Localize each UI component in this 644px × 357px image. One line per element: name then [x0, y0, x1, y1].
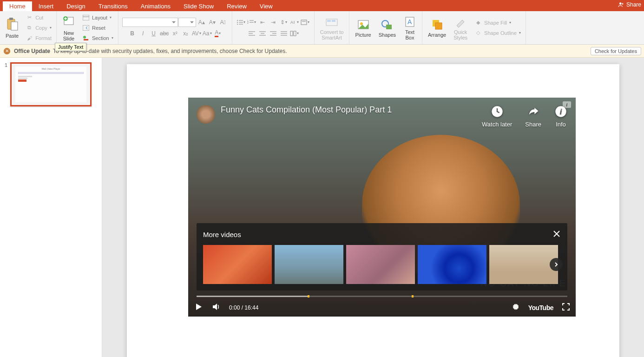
- increase-font-button[interactable]: A▴: [197, 18, 207, 27]
- font-name-select[interactable]: [122, 18, 178, 27]
- decrease-font-button[interactable]: A▾: [207, 18, 217, 27]
- increase-indent-button[interactable]: ⇥: [268, 18, 278, 27]
- clear-formatting-button[interactable]: A⃠: [218, 18, 228, 27]
- embedded-video-player[interactable]: NO CAT NO LIFE i Funny Cats Compilation …: [188, 98, 576, 317]
- share-icon: [618, 1, 624, 8]
- notification-body: To keep up-to-date with security updates…: [53, 48, 287, 54]
- bold-button[interactable]: B: [127, 29, 138, 38]
- tooltip-justify-text: Justify Text: [55, 43, 86, 51]
- paste-button[interactable]: Paste: [3, 16, 21, 40]
- suggested-video-2[interactable]: [275, 245, 343, 284]
- tab-view[interactable]: View: [253, 1, 279, 11]
- cut-button[interactable]: ✂Cut: [23, 13, 45, 22]
- video-title[interactable]: Funny Cats Compilation (Most Popular) Pa…: [221, 105, 392, 115]
- suggested-video-5[interactable]: [489, 245, 558, 284]
- notification-close-icon[interactable]: ✕: [4, 48, 10, 54]
- youtube-logo-button[interactable]: YouTube: [528, 304, 553, 311]
- reset-button[interactable]: Reset: [80, 23, 107, 33]
- subscript-button[interactable]: x₂: [181, 29, 191, 38]
- tab-insert[interactable]: Insert: [32, 1, 60, 11]
- arrange-group: Arrange Quick Styles ◆Shape Fill▾ ◇Shape…: [422, 11, 526, 44]
- copy-button[interactable]: ⧉Copy▾: [23, 23, 53, 33]
- play-button[interactable]: [194, 302, 203, 313]
- layout-button[interactable]: Layout▾: [80, 13, 113, 22]
- video-share-button[interactable]: Share: [525, 105, 541, 128]
- tab-slideshow[interactable]: Slide Show: [177, 1, 220, 11]
- video-progress-bar[interactable]: [197, 296, 567, 297]
- shape-fill-button[interactable]: ◆Shape Fill▾: [472, 18, 513, 27]
- textbox-button[interactable]: AText Box: [401, 14, 419, 41]
- strikethrough-button[interactable]: abc: [159, 29, 170, 38]
- svg-rect-3: [11, 22, 18, 30]
- gear-icon: [512, 303, 520, 311]
- picture-button[interactable]: Picture: [352, 17, 374, 39]
- picture-icon: [357, 18, 370, 31]
- tab-home[interactable]: Home: [3, 1, 32, 11]
- columns-button[interactable]: ▾: [289, 29, 300, 38]
- svg-rect-36: [290, 31, 293, 36]
- thumbnail-number: 1: [3, 62, 7, 106]
- arrange-button[interactable]: Arrange: [425, 17, 449, 39]
- more-videos-next-button[interactable]: [550, 258, 563, 271]
- change-case-button[interactable]: Aa▾: [202, 29, 212, 38]
- svg-rect-44: [386, 25, 392, 29]
- layout-icon: [82, 13, 90, 22]
- font-size-select[interactable]: [178, 18, 196, 27]
- slide[interactable]: NO CAT NO LIFE i Funny Cats Compilation …: [127, 64, 619, 357]
- align-text-icon: [301, 20, 307, 25]
- bullets-icon: [237, 20, 243, 25]
- quick-styles-button[interactable]: Quick Styles: [451, 14, 470, 41]
- align-right-button[interactable]: [268, 29, 278, 38]
- bullets-button[interactable]: ▾: [236, 18, 246, 27]
- suggested-video-1[interactable]: [203, 245, 272, 284]
- align-text-button[interactable]: ▾: [300, 18, 310, 27]
- align-left-button[interactable]: [247, 29, 257, 38]
- video-time: 0:00 / 16:44: [229, 304, 258, 311]
- watch-later-button[interactable]: Watch later: [482, 105, 512, 128]
- quick-styles-icon: [454, 15, 467, 28]
- volume-button[interactable]: [211, 302, 221, 313]
- justify-button[interactable]: [279, 29, 289, 38]
- tab-transitions[interactable]: Transitions: [92, 1, 134, 11]
- paragraph-group: ▾ 12▾ ⇤ ⇥ ⇕▾ A▾ ▾ ▾: [232, 11, 315, 44]
- check-updates-button[interactable]: Check for Updates: [591, 47, 641, 55]
- format-painter-button[interactable]: 🖌Format: [23, 33, 53, 43]
- new-slide-label: New Slide: [63, 30, 74, 41]
- ribbon: Paste ✂Cut ⧉Copy▾ 🖌Format New Slide Layo…: [0, 11, 644, 45]
- more-videos-label: More videos: [203, 231, 241, 238]
- superscript-button[interactable]: x²: [170, 29, 180, 38]
- new-slide-icon: [62, 14, 75, 29]
- font-color-button[interactable]: A▾: [213, 29, 223, 38]
- suggested-video-4[interactable]: [418, 245, 486, 284]
- shape-outline-button[interactable]: ◇Shape Outline▾: [472, 28, 523, 38]
- slide-thumbnail-1[interactable]: Web Video Player: [10, 62, 92, 106]
- character-spacing-button[interactable]: AV▾: [191, 29, 202, 38]
- video-info-button[interactable]: i Info: [554, 105, 567, 128]
- text-direction-button[interactable]: A▾: [289, 18, 300, 27]
- numbering-button[interactable]: 12▾: [247, 18, 257, 27]
- svg-point-11: [237, 20, 238, 21]
- fullscreen-button[interactable]: [562, 303, 570, 312]
- decrease-indent-button[interactable]: ⇤: [257, 18, 268, 27]
- tab-design[interactable]: Design: [60, 1, 92, 11]
- new-slide-button[interactable]: New Slide: [59, 13, 78, 42]
- more-videos-close-button[interactable]: [552, 230, 561, 239]
- chapter-marker: [308, 295, 309, 298]
- tab-review[interactable]: Review: [220, 1, 253, 11]
- share-arrow-icon: [527, 105, 540, 118]
- line-spacing-button[interactable]: ⇕▾: [279, 18, 289, 27]
- share-button[interactable]: Share: [618, 1, 641, 8]
- svg-point-0: [619, 2, 622, 5]
- section-button[interactable]: Section▾: [80, 33, 115, 43]
- underline-button[interactable]: U: [149, 29, 159, 38]
- shapes-button[interactable]: Shapes: [376, 17, 399, 39]
- italic-button[interactable]: I: [138, 29, 148, 38]
- channel-avatar-icon[interactable]: [197, 105, 215, 124]
- settings-button[interactable]: [512, 303, 520, 312]
- svg-rect-39: [327, 20, 331, 22]
- tab-animations[interactable]: Animations: [134, 1, 177, 11]
- align-center-button[interactable]: [257, 29, 268, 38]
- suggested-video-3[interactable]: [346, 245, 415, 284]
- convert-smartart-button[interactable]: Convert to SmartArt: [317, 14, 347, 41]
- svg-rect-37: [294, 31, 296, 36]
